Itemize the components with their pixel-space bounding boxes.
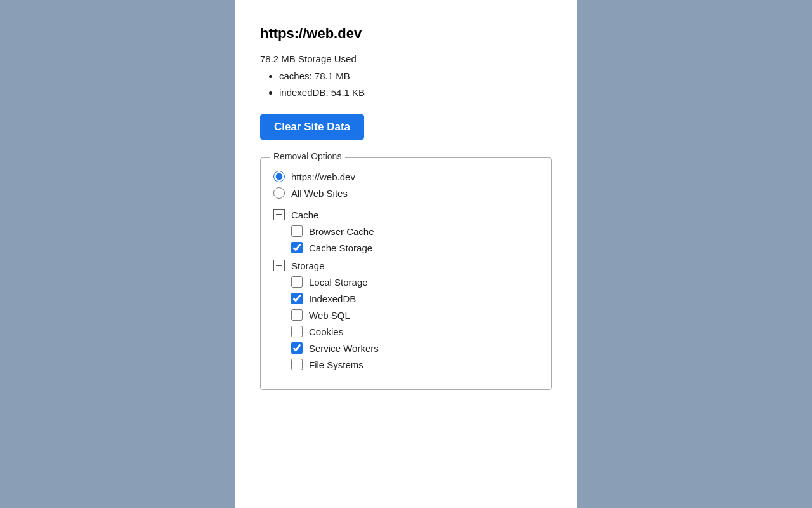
service-workers-checkbox[interactable] — [291, 342, 303, 354]
cache-storage-checkbox[interactable] — [291, 242, 303, 253]
cache-storage-label: Cache Storage — [309, 243, 372, 253]
cache-collapse-icon[interactable] — [273, 209, 285, 220]
file-systems-checkbox[interactable] — [291, 359, 303, 370]
web-sql-label: Web SQL — [309, 310, 350, 321]
scope-option-site[interactable]: https://web.dev — [273, 171, 539, 182]
main-panel: https://web.dev 78.2 MB Storage Used cac… — [235, 0, 577, 508]
scope-site-label: https://web.dev — [291, 171, 355, 182]
service-workers-option[interactable]: Service Workers — [291, 342, 539, 354]
storage-checkbox-group: Local Storage IndexedDB Web SQL Cookies … — [273, 276, 539, 370]
storage-item-caches: caches: 78.1 MB — [279, 68, 552, 84]
web-sql-checkbox[interactable] — [291, 309, 303, 321]
local-storage-checkbox[interactable] — [291, 276, 303, 288]
indexeddb-option[interactable]: IndexedDB — [291, 293, 539, 304]
scope-all-label: All Web Sites — [291, 188, 348, 199]
service-workers-label: Service Workers — [309, 343, 379, 354]
cache-storage-option[interactable]: Cache Storage — [291, 242, 539, 253]
local-storage-label: Local Storage — [309, 277, 368, 288]
scope-radio-group: https://web.dev All Web Sites — [273, 171, 539, 199]
storage-item-indexeddb: indexedDB: 54.1 KB — [279, 84, 552, 101]
site-url: https://web.dev — [260, 25, 552, 42]
cache-section-label: Cache — [291, 210, 318, 220]
removal-options-legend: Removal Options — [270, 151, 345, 161]
storage-section-label: Storage — [291, 260, 325, 271]
web-sql-option[interactable]: Web SQL — [291, 309, 539, 321]
browser-cache-option[interactable]: Browser Cache — [291, 225, 539, 237]
cookies-option[interactable]: Cookies — [291, 326, 539, 337]
scope-radio-all[interactable] — [273, 187, 285, 199]
scope-option-all[interactable]: All Web Sites — [273, 187, 539, 199]
browser-cache-checkbox[interactable] — [291, 225, 303, 237]
browser-cache-label: Browser Cache — [309, 226, 374, 237]
cookies-label: Cookies — [309, 326, 343, 337]
indexeddb-checkbox[interactable] — [291, 293, 303, 304]
cache-checkbox-group: Browser Cache Cache Storage — [273, 225, 539, 253]
file-systems-label: File Systems — [309, 359, 363, 370]
storage-used: 78.2 MB Storage Used — [260, 53, 552, 64]
local-storage-option[interactable]: Local Storage — [291, 276, 539, 288]
removal-options-fieldset: Removal Options https://web.dev All Web … — [260, 157, 552, 390]
cookies-checkbox[interactable] — [291, 326, 303, 337]
storage-list: caches: 78.1 MB indexedDB: 54.1 KB — [260, 68, 552, 100]
cache-section-header: Cache — [273, 209, 539, 220]
clear-site-data-button[interactable]: Clear Site Data — [260, 114, 364, 140]
storage-collapse-icon[interactable] — [273, 260, 285, 271]
scope-radio-site[interactable] — [273, 171, 285, 182]
storage-section-header: Storage — [273, 260, 539, 271]
file-systems-option[interactable]: File Systems — [291, 359, 539, 370]
indexeddb-label: IndexedDB — [309, 293, 356, 304]
